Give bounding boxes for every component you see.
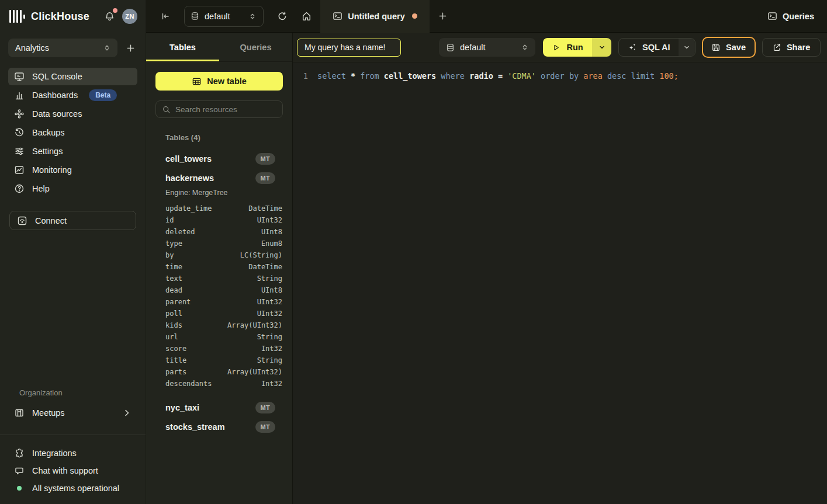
sidebar-item-monitoring[interactable]: Monitoring	[8, 161, 137, 179]
sidebar-item-dashboards[interactable]: Dashboards Beta	[8, 86, 137, 104]
footer-item-all-systems-operational[interactable]: All systems operational	[8, 479, 137, 497]
search-resources-box[interactable]	[155, 100, 283, 118]
column-type: String	[257, 274, 282, 283]
column-type: DateTime	[248, 204, 282, 213]
chevron-updown-icon	[248, 12, 257, 21]
run-options-button[interactable]	[592, 38, 611, 57]
footer-item-label: Chat with support	[32, 466, 98, 475]
plus-icon	[438, 11, 448, 21]
query-editor-pane: default Run	[292, 33, 827, 504]
column-row[interactable]: type Enum8	[155, 238, 283, 249]
collapse-panel-button[interactable]	[160, 11, 171, 22]
column-row[interactable]: text String	[155, 273, 283, 284]
table-name: stocks_stream	[165, 422, 255, 432]
sql-editor[interactable]: 1 select * from cell_towers where radio …	[293, 62, 827, 504]
column-row[interactable]: id UInt32	[155, 214, 283, 226]
column-row[interactable]: poll UInt32	[155, 308, 283, 319]
column-row[interactable]: descendants Int32	[155, 378, 283, 390]
notification-dot	[113, 8, 117, 13]
column-row[interactable]: parts Array(UInt32)	[155, 366, 283, 378]
column-row[interactable]: kids Array(UInt32)	[155, 319, 283, 331]
query-toolbar: default Run	[293, 33, 827, 62]
column-name: by	[165, 251, 240, 259]
connect-button[interactable]: Connect	[9, 211, 136, 230]
tab-untitled-query[interactable]: Untitled query	[320, 0, 430, 33]
column-row[interactable]: parent UInt32	[155, 296, 283, 308]
database-icon	[446, 43, 455, 52]
tab-title: Untitled query	[348, 12, 404, 21]
tab-tables[interactable]: Tables	[146, 33, 219, 61]
sidebar-item-backups[interactable]: Backups	[8, 124, 137, 141]
add-workspace-button[interactable]	[123, 41, 137, 55]
column-row[interactable]: time DateTime	[155, 261, 283, 273]
sidebar-item-label: Settings	[32, 147, 63, 156]
column-name: kids	[165, 321, 227, 329]
table-row-stocks-stream[interactable]: stocks_stream MT	[155, 417, 283, 436]
avatar[interactable]: ZN	[122, 9, 137, 24]
sidebar-item-settings[interactable]: Settings	[8, 142, 137, 160]
footer-item-label: Integrations	[32, 449, 77, 458]
share-button[interactable]: Share	[762, 38, 821, 57]
table-row-nyc-taxi[interactable]: nyc_taxi MT	[155, 398, 283, 417]
code-line: 1 select * from cell_towers where radio …	[293, 70, 827, 82]
run-button[interactable]: Run	[543, 38, 592, 57]
save-button[interactable]: Save	[702, 37, 756, 58]
column-row[interactable]: title String	[155, 354, 283, 366]
column-name: dead	[165, 286, 261, 294]
column-row[interactable]: url String	[155, 331, 283, 343]
save-icon	[711, 43, 721, 52]
topbar-database-selector[interactable]: default	[184, 6, 264, 27]
column-row[interactable]: deleted UInt8	[155, 226, 283, 238]
sidebar-item-help[interactable]: Help	[8, 180, 137, 197]
chevron-down-icon	[683, 43, 691, 51]
column-name: type	[165, 239, 261, 248]
sidebar-item-sql-console[interactable]: SQL Console	[8, 68, 137, 85]
column-type: Int32	[261, 380, 282, 388]
clickhouse-logo[interactable]: ClickHouse	[9, 9, 89, 23]
org-item-meetups[interactable]: Meetups	[8, 404, 137, 422]
column-row[interactable]: score Int32	[155, 343, 283, 354]
queries-button[interactable]: Queries	[767, 11, 814, 21]
sql-code: select * from cell_towers where radio = …	[317, 70, 679, 82]
table-row-cell-towers[interactable]: cell_towers MT	[155, 149, 283, 168]
brand-name: ClickHouse	[31, 11, 89, 23]
sidebar-item-data-sources[interactable]: Data sources	[8, 105, 137, 123]
sliders-icon	[14, 146, 25, 157]
column-row[interactable]: update_time DateTime	[155, 203, 283, 214]
footer-item-chat-with-support[interactable]: Chat with support	[8, 462, 137, 479]
home-button[interactable]	[292, 0, 320, 33]
table-row-hackernews[interactable]: hackernews MT	[155, 168, 283, 187]
sql-ai-options-button[interactable]	[679, 39, 695, 56]
column-row[interactable]: by LC(String)	[155, 249, 283, 261]
sidebar-item-label: Dashboards	[32, 91, 78, 100]
engine-badge: MT	[255, 402, 275, 413]
chevron-updown-icon	[520, 43, 530, 52]
column-type: String	[257, 356, 282, 364]
refresh-button[interactable]	[277, 11, 288, 22]
notifications-button[interactable]	[102, 9, 117, 24]
column-name: descendants	[165, 380, 261, 388]
column-type: Int32	[261, 345, 282, 353]
console-icon	[14, 71, 25, 82]
sidebar-header: ClickHouse ZN	[0, 0, 146, 33]
tab-queries[interactable]: Queries	[219, 33, 292, 61]
query-name-input[interactable]	[297, 39, 401, 57]
column-name: id	[165, 216, 257, 224]
engine-badge: MT	[255, 172, 275, 184]
column-row[interactable]: dead UInt8	[155, 284, 283, 296]
share-icon	[772, 43, 781, 52]
column-name: parts	[165, 368, 227, 376]
sql-ai-button[interactable]: SQL AI	[619, 39, 679, 56]
table-name: hackernews	[165, 173, 255, 183]
new-tab-button[interactable]	[430, 0, 455, 33]
workspace-selector[interactable]: Analytics	[8, 39, 117, 57]
sidebar-item-label: Data sources	[32, 109, 82, 119]
sidebar-item-label: Backups	[32, 128, 65, 137]
editor-database-selector[interactable]: default	[439, 38, 535, 57]
new-table-button[interactable]: New table	[155, 72, 283, 91]
column-name: time	[165, 263, 248, 271]
footer-item-integrations[interactable]: Integrations	[8, 444, 137, 462]
search-resources-input[interactable]	[175, 105, 279, 114]
explorer-tabs: Tables Queries	[146, 33, 292, 62]
chevron-updown-icon	[102, 43, 112, 53]
